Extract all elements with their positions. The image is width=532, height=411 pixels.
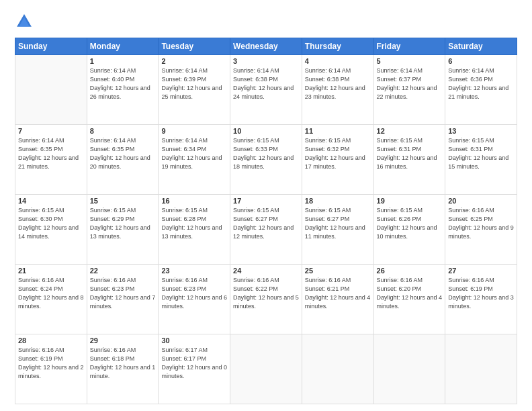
header: [15, 12, 517, 31]
day-info: Sunrise: 6:14 AMSunset: 6:38 PMDaylight:…: [233, 66, 299, 101]
day-info: Sunrise: 6:17 AMSunset: 6:17 PMDaylight:…: [161, 346, 227, 381]
day-info: Sunrise: 6:15 AMSunset: 6:26 PMDaylight:…: [377, 206, 443, 241]
weekday-header-friday: Friday: [373, 38, 445, 55]
day-number: 13: [448, 127, 514, 135]
calendar-cell: 30Sunrise: 6:17 AMSunset: 6:17 PMDayligh…: [159, 334, 230, 404]
calendar-cell: 5Sunrise: 6:14 AMSunset: 6:37 PMDaylight…: [373, 55, 445, 125]
calendar-cell: 23Sunrise: 6:16 AMSunset: 6:23 PMDayligh…: [159, 265, 230, 334]
calendar-cell: 3Sunrise: 6:14 AMSunset: 6:38 PMDaylight…: [230, 55, 302, 125]
day-info: Sunrise: 6:16 AMSunset: 6:20 PMDaylight:…: [377, 276, 443, 311]
day-number: 15: [90, 197, 156, 205]
calendar-cell: [445, 334, 517, 404]
day-number: 25: [305, 267, 371, 275]
day-number: 11: [305, 127, 371, 135]
calendar-cell: 4Sunrise: 6:14 AMSunset: 6:38 PMDaylight…: [302, 55, 373, 125]
calendar-cell: [373, 334, 445, 404]
day-number: 1: [90, 57, 156, 65]
day-number: 26: [377, 267, 443, 275]
calendar-cell: 14Sunrise: 6:15 AMSunset: 6:30 PMDayligh…: [15, 195, 87, 265]
weekday-header-sunday: Sunday: [15, 38, 87, 55]
day-info: Sunrise: 6:15 AMSunset: 6:31 PMDaylight:…: [377, 136, 443, 171]
calendar-cell: 10Sunrise: 6:15 AMSunset: 6:33 PMDayligh…: [230, 125, 302, 195]
week-row-2: 14Sunrise: 6:15 AMSunset: 6:30 PMDayligh…: [15, 195, 517, 265]
calendar-cell: 29Sunrise: 6:16 AMSunset: 6:18 PMDayligh…: [87, 334, 159, 404]
day-info: Sunrise: 6:16 AMSunset: 6:19 PMDaylight:…: [18, 346, 84, 381]
day-number: 27: [448, 267, 514, 275]
day-info: Sunrise: 6:16 AMSunset: 6:23 PMDaylight:…: [161, 276, 227, 311]
weekday-header-row: SundayMondayTuesdayWednesdayThursdayFrid…: [15, 38, 517, 55]
day-number: 18: [305, 197, 371, 205]
day-info: Sunrise: 6:14 AMSunset: 6:40 PMDaylight:…: [90, 66, 156, 101]
calendar-cell: 26Sunrise: 6:16 AMSunset: 6:20 PMDayligh…: [373, 265, 445, 334]
day-info: Sunrise: 6:15 AMSunset: 6:33 PMDaylight:…: [233, 136, 299, 171]
day-number: 28: [18, 336, 84, 345]
week-row-1: 7Sunrise: 6:14 AMSunset: 6:35 PMDaylight…: [15, 125, 517, 195]
day-info: Sunrise: 6:15 AMSunset: 6:32 PMDaylight:…: [305, 136, 371, 171]
day-number: 10: [233, 127, 299, 135]
day-info: Sunrise: 6:15 AMSunset: 6:31 PMDaylight:…: [448, 136, 514, 171]
weekday-header-tuesday: Tuesday: [159, 38, 230, 55]
day-number: 8: [90, 127, 156, 135]
day-number: 7: [18, 127, 84, 135]
day-info: Sunrise: 6:14 AMSunset: 6:35 PMDaylight:…: [90, 136, 156, 171]
calendar-table: SundayMondayTuesdayWednesdayThursdayFrid…: [15, 38, 517, 404]
calendar-cell: 1Sunrise: 6:14 AMSunset: 6:40 PMDaylight…: [87, 55, 159, 125]
day-info: Sunrise: 6:14 AMSunset: 6:39 PMDaylight:…: [161, 66, 227, 101]
page: SundayMondayTuesdayWednesdayThursdayFrid…: [0, 0, 532, 411]
day-info: Sunrise: 6:14 AMSunset: 6:36 PMDaylight:…: [448, 66, 514, 101]
calendar-cell: 24Sunrise: 6:16 AMSunset: 6:22 PMDayligh…: [230, 265, 302, 334]
calendar-cell: 11Sunrise: 6:15 AMSunset: 6:32 PMDayligh…: [302, 125, 373, 195]
day-number: 14: [18, 197, 84, 205]
day-info: Sunrise: 6:14 AMSunset: 6:38 PMDaylight:…: [305, 66, 371, 101]
calendar-cell: 19Sunrise: 6:15 AMSunset: 6:26 PMDayligh…: [373, 195, 445, 265]
calendar-cell: 2Sunrise: 6:14 AMSunset: 6:39 PMDaylight…: [159, 55, 230, 125]
day-info: Sunrise: 6:15 AMSunset: 6:30 PMDaylight:…: [18, 206, 84, 241]
calendar-cell: 18Sunrise: 6:15 AMSunset: 6:27 PMDayligh…: [302, 195, 373, 265]
weekday-header-thursday: Thursday: [302, 38, 373, 55]
calendar-cell: 20Sunrise: 6:16 AMSunset: 6:25 PMDayligh…: [445, 195, 517, 265]
week-row-0: 1Sunrise: 6:14 AMSunset: 6:40 PMDaylight…: [15, 55, 517, 125]
day-number: 20: [448, 197, 514, 205]
day-info: Sunrise: 6:16 AMSunset: 6:22 PMDaylight:…: [233, 276, 299, 311]
calendar-cell: [302, 334, 373, 404]
day-number: 29: [90, 336, 156, 345]
logo: [15, 12, 36, 31]
day-number: 9: [161, 127, 227, 135]
calendar-cell: 16Sunrise: 6:15 AMSunset: 6:28 PMDayligh…: [159, 195, 230, 265]
calendar-cell: 7Sunrise: 6:14 AMSunset: 6:35 PMDaylight…: [15, 125, 87, 195]
day-info: Sunrise: 6:16 AMSunset: 6:25 PMDaylight:…: [448, 206, 514, 241]
day-info: Sunrise: 6:14 AMSunset: 6:37 PMDaylight:…: [377, 66, 443, 101]
calendar-cell: 17Sunrise: 6:15 AMSunset: 6:27 PMDayligh…: [230, 195, 302, 265]
day-number: 19: [377, 197, 443, 205]
day-info: Sunrise: 6:15 AMSunset: 6:28 PMDaylight:…: [161, 206, 227, 241]
day-number: 2: [161, 57, 227, 65]
logo-icon: [15, 12, 34, 31]
weekday-header-wednesday: Wednesday: [230, 38, 302, 55]
day-info: Sunrise: 6:15 AMSunset: 6:27 PMDaylight:…: [233, 206, 299, 241]
calendar-cell: 22Sunrise: 6:16 AMSunset: 6:23 PMDayligh…: [87, 265, 159, 334]
day-info: Sunrise: 6:15 AMSunset: 6:29 PMDaylight:…: [90, 206, 156, 241]
day-info: Sunrise: 6:14 AMSunset: 6:34 PMDaylight:…: [161, 136, 227, 171]
calendar-cell: 6Sunrise: 6:14 AMSunset: 6:36 PMDaylight…: [445, 55, 517, 125]
day-info: Sunrise: 6:16 AMSunset: 6:23 PMDaylight:…: [90, 276, 156, 311]
day-info: Sunrise: 6:14 AMSunset: 6:35 PMDaylight:…: [18, 136, 84, 171]
calendar-cell: 15Sunrise: 6:15 AMSunset: 6:29 PMDayligh…: [87, 195, 159, 265]
day-info: Sunrise: 6:16 AMSunset: 6:24 PMDaylight:…: [18, 276, 84, 311]
day-number: 3: [233, 57, 299, 65]
week-row-3: 21Sunrise: 6:16 AMSunset: 6:24 PMDayligh…: [15, 265, 517, 334]
day-info: Sunrise: 6:16 AMSunset: 6:21 PMDaylight:…: [305, 276, 371, 311]
calendar-cell: 12Sunrise: 6:15 AMSunset: 6:31 PMDayligh…: [373, 125, 445, 195]
calendar-cell: 28Sunrise: 6:16 AMSunset: 6:19 PMDayligh…: [15, 334, 87, 404]
day-number: 23: [161, 267, 227, 275]
calendar-cell: 27Sunrise: 6:16 AMSunset: 6:19 PMDayligh…: [445, 265, 517, 334]
calendar-cell: 21Sunrise: 6:16 AMSunset: 6:24 PMDayligh…: [15, 265, 87, 334]
calendar-cell: 13Sunrise: 6:15 AMSunset: 6:31 PMDayligh…: [445, 125, 517, 195]
day-number: 21: [18, 267, 84, 275]
day-number: 17: [233, 197, 299, 205]
day-number: 6: [448, 57, 514, 65]
day-info: Sunrise: 6:16 AMSunset: 6:19 PMDaylight:…: [448, 276, 514, 311]
weekday-header-saturday: Saturday: [445, 38, 517, 55]
day-number: 12: [377, 127, 443, 135]
calendar-cell: 25Sunrise: 6:16 AMSunset: 6:21 PMDayligh…: [302, 265, 373, 334]
weekday-header-monday: Monday: [87, 38, 159, 55]
